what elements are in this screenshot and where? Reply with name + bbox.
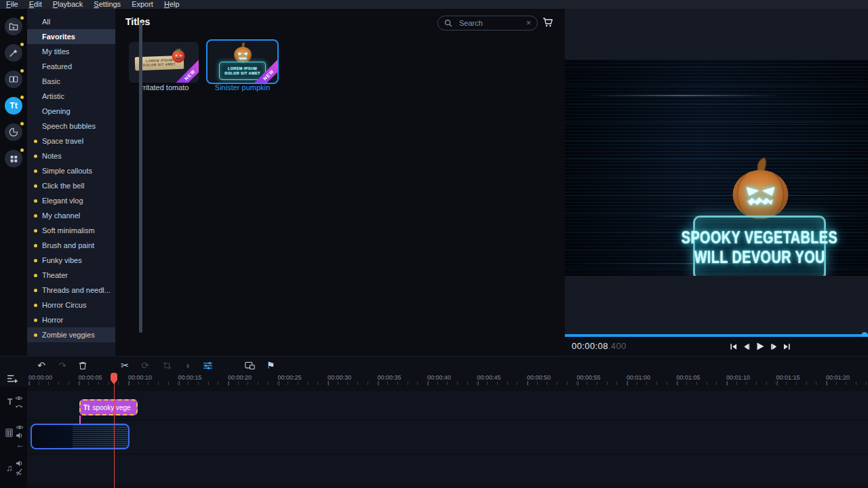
import-media-button[interactable] <box>5 18 22 35</box>
category-item[interactable]: Brush and paint <box>27 238 115 253</box>
tool-rail: Tt <box>0 9 27 356</box>
video-editor-window: FileEditPlaybackSettingsExportHelp Tt <box>0 0 868 488</box>
transitions-button[interactable] <box>5 70 22 88</box>
new-category-dot <box>34 169 37 173</box>
store-cart-icon[interactable] <box>542 18 553 27</box>
category-item[interactable]: My titles <box>27 44 115 59</box>
playback-controls <box>730 337 791 356</box>
delete-button[interactable] <box>77 360 89 371</box>
category-item[interactable]: Speech bubbles <box>27 119 115 134</box>
category-item[interactable]: Featured <box>27 59 115 74</box>
category-item[interactable]: Theater <box>27 268 115 283</box>
track-header-column <box>0 387 27 488</box>
timecode-ms: .400 <box>608 341 627 351</box>
menu-item[interactable]: Edit <box>29 0 42 9</box>
menu-item[interactable]: Playback <box>53 0 83 9</box>
skip-to-end-button[interactable] <box>783 343 791 350</box>
category-label: Threads and needl... <box>42 286 111 294</box>
menu-item[interactable]: Export <box>132 0 153 9</box>
transitions-icon <box>9 75 18 84</box>
video-track-mute-speaker-icon[interactable] <box>16 432 23 439</box>
clip-properties-button[interactable] <box>201 360 214 371</box>
new-category-dot <box>34 319 37 322</box>
skip-to-start-button[interactable] <box>730 343 737 350</box>
new-category-dot <box>34 289 37 292</box>
title-clip[interactable]: Tt spooky vege <box>79 399 138 415</box>
menu-item[interactable]: Settings <box>94 0 121 9</box>
titles-button[interactable]: Tt <box>5 97 22 115</box>
category-label: Notes <box>42 152 62 160</box>
ruler-time-label: 00:00:30 <box>328 374 351 381</box>
page-title: Titles <box>125 16 150 27</box>
category-item[interactable]: Soft minimalism <box>27 223 115 238</box>
menu-item[interactable]: File <box>6 0 18 9</box>
redo-button[interactable]: ↷ <box>56 360 68 371</box>
video-track[interactable] <box>27 421 868 453</box>
category-label: Speech bubbles <box>42 122 96 130</box>
category-item[interactable]: Simple callouts <box>27 163 115 178</box>
video-clip[interactable] <box>31 424 130 449</box>
marker-flag-button[interactable]: ⚑ <box>264 360 277 371</box>
new-category-dot <box>34 140 37 143</box>
category-item[interactable]: Zombie veggies <box>27 327 115 342</box>
video-track-back-arrow-icon[interactable]: ← <box>16 441 24 449</box>
clear-search-icon[interactable]: × <box>526 19 531 27</box>
category-item[interactable]: Horror <box>27 312 115 327</box>
new-category-dot <box>34 155 37 158</box>
category-label: Click the bell <box>42 182 84 190</box>
category-item[interactable]: Artistic <box>27 89 115 104</box>
category-item[interactable]: Elegant vlog <box>27 193 115 208</box>
category-item[interactable]: Threads and needl... <box>27 283 115 298</box>
category-item[interactable]: All <box>27 14 115 29</box>
filters-button[interactable] <box>5 44 22 62</box>
ruler-time-label: 00:00:35 <box>378 374 401 381</box>
play-button[interactable] <box>755 342 765 351</box>
title-track-link-icon[interactable] <box>15 403 23 409</box>
preview-panel: SPOOKY VEGETABLES WILL DEVOUR YOU 00:00:… <box>565 9 868 356</box>
audio-track-wave-off-icon[interactable] <box>16 468 23 476</box>
video-track-icon <box>5 428 13 437</box>
new-badge-dot <box>20 43 24 46</box>
category-item[interactable]: Click the bell <box>27 178 115 193</box>
stickers-button[interactable] <box>5 123 22 141</box>
audio-track[interactable] <box>27 455 868 483</box>
title-track[interactable] <box>27 391 868 420</box>
more-tools-button[interactable] <box>5 150 22 167</box>
category-label: Horror <box>42 316 63 324</box>
playhead-marker[interactable] <box>111 373 117 382</box>
overlay-clip-button[interactable] <box>243 360 256 371</box>
category-item[interactable]: Opening <box>27 104 115 119</box>
ruler-time-label: 00:01:10 <box>726 374 750 381</box>
search-input[interactable] <box>458 18 521 28</box>
title-track-visibility-eye-icon[interactable] <box>15 395 23 401</box>
category-item[interactable]: Basic <box>27 74 115 89</box>
grid-icon <box>9 155 18 163</box>
undo-button[interactable]: ↶ <box>35 360 47 371</box>
sidebar-scrollbar[interactable] <box>139 22 142 333</box>
title-card-sinister-pumpkin[interactable]: LOREM IPSUM DOLOR SIT AMET NEW <box>206 39 279 84</box>
category-item[interactable]: Notes <box>27 148 115 163</box>
rotate-button[interactable]: ⟳ <box>139 360 151 371</box>
category-item[interactable]: My channel <box>27 208 115 223</box>
category-label: My titles <box>42 47 69 56</box>
new-category-dot <box>34 304 37 307</box>
audio-track-mute-speaker-icon[interactable] <box>16 460 23 467</box>
category-item[interactable]: Favorites <box>27 29 115 44</box>
previous-frame-button[interactable] <box>743 343 750 350</box>
ruler-time-label: 00:01:00 <box>627 374 650 381</box>
video-track-visibility-eye-icon[interactable] <box>16 424 24 430</box>
next-frame-button[interactable] <box>770 343 778 350</box>
menu-item[interactable]: Help <box>164 0 180 9</box>
ruler-time-label: 00:00:05 <box>79 374 102 381</box>
crop-button[interactable] <box>161 360 173 371</box>
playhead-line <box>114 373 115 488</box>
category-item[interactable]: Horror Circus <box>27 298 115 312</box>
timeline-ruler[interactable]: 00:00:0000:00:0500:00:1000:00:1500:00:20… <box>0 372 868 387</box>
category-item[interactable]: Funky vibes <box>27 253 115 268</box>
color-adjustments-button[interactable]: ◑ <box>181 360 193 371</box>
ruler-time-label: 00:00:10 <box>128 374 152 381</box>
category-item[interactable]: Space travel <box>27 134 115 148</box>
ruler-time-label: 00:00:00 <box>28 374 52 381</box>
tomato-illustration <box>170 47 187 64</box>
cut-button[interactable]: ✂ <box>119 360 131 371</box>
